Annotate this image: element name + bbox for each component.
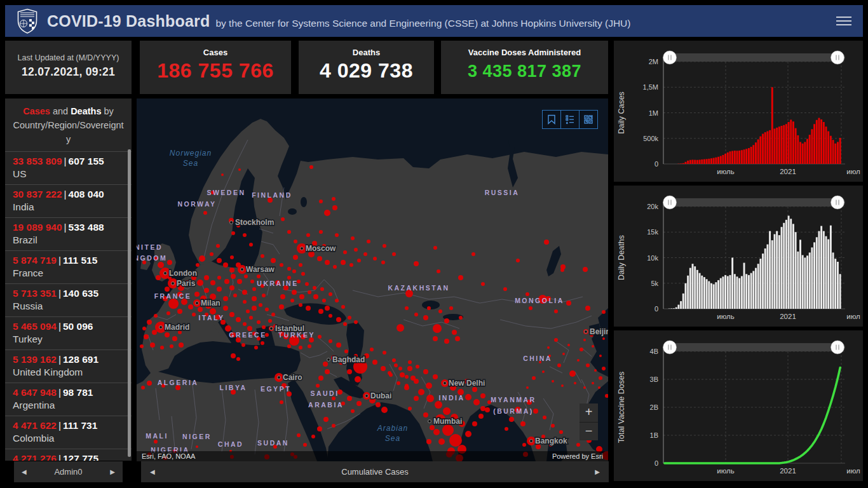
svg-text:3B: 3B xyxy=(650,376,658,383)
svg-text:1,5M: 1,5M xyxy=(643,83,658,91)
country-label: LIBYA xyxy=(219,384,247,391)
city-label: Bangkok xyxy=(535,437,567,445)
x-axis-tick: 2021 xyxy=(780,168,796,175)
range-handle-right[interactable] xyxy=(831,51,844,64)
last-updated-value: 12.07.2021, 09:21 xyxy=(5,65,132,79)
country-row[interactable]: 5 465 094|50 096Turkey xyxy=(5,316,132,349)
map-attribution: Esri, FAO, NOAA Powered by Esri xyxy=(137,451,608,461)
country-label: ALGERIA xyxy=(158,379,199,386)
x-axis-tick: июл xyxy=(846,168,860,175)
page-subtitle: by the Center for Systems Science and En… xyxy=(215,18,630,29)
cases-stat-card: Cases 186 755 766 xyxy=(140,41,291,94)
country-row[interactable]: 4 471 622|111 731Colombia xyxy=(5,416,132,449)
country-list-panel: Cases and Deaths byCountry/Region/Sovere… xyxy=(5,98,132,461)
deaths-stat-card: Deaths 4 029 738 xyxy=(299,41,434,94)
list-scrollbar[interactable] xyxy=(128,149,131,457)
daily-cases-chart: 2M1,5M1M500k0июль2021июлDaily Cases xyxy=(614,41,863,182)
attribution-sources: Esri, FAO, NOAA xyxy=(142,452,195,460)
country-label: RUSSIA xyxy=(485,189,520,196)
city-label: Paris xyxy=(177,279,196,288)
country-list-rows: 33 853 809|607 155US30 837 222|408 040In… xyxy=(5,151,132,461)
city-label: Warsaw xyxy=(246,265,275,274)
city-label: Dubai xyxy=(370,391,391,400)
zoom-in-button[interactable]: + xyxy=(580,403,598,422)
svg-text:20k: 20k xyxy=(647,203,658,210)
sea-label: Norwegian xyxy=(170,149,212,158)
pager-next-icon[interactable]: ▶ xyxy=(110,468,115,475)
country-label: KAZAKHSTAN xyxy=(388,284,449,292)
city-label: Milan xyxy=(201,299,220,308)
x-axis-tick: июл xyxy=(846,313,860,320)
country-label: ARABIA xyxy=(308,401,344,409)
city-label: London xyxy=(169,269,197,278)
map-footer-label: Cumulative Cases xyxy=(141,467,609,477)
x-axis-tick: 2021 xyxy=(780,313,796,320)
country-label: CHINA xyxy=(523,355,552,362)
country-label: NORWAY xyxy=(177,200,216,208)
country-row[interactable]: 5 713 351|140 635Russia xyxy=(5,283,132,316)
daily-deaths-chart-card: 20k15k10k5k0июль2021июлDaily Deaths xyxy=(614,186,863,327)
x-axis-tick: июл xyxy=(846,467,860,475)
city-label: Beijing xyxy=(590,327,608,336)
admin-pager-bar: ◀ Admin0 ▶ xyxy=(14,461,123,482)
country-label: (BURMA) xyxy=(493,407,534,415)
country-row[interactable]: 5 139 162|128 691United Kingdom xyxy=(5,349,132,383)
svg-text:5k: 5k xyxy=(651,280,658,287)
svg-text:2B: 2B xyxy=(650,403,658,411)
sea-label: Arabian xyxy=(377,424,408,433)
map-canvas[interactable]: NORWAYSWEDENFINLANDRUSSIAUNITEDKINGDOMFR… xyxy=(137,98,608,461)
country-row[interactable]: 4 271 276|127 775Italy xyxy=(5,449,132,461)
svg-text:0: 0 xyxy=(654,459,658,467)
country-label: SAUDI xyxy=(310,390,339,397)
country-row[interactable]: 19 089 940|533 488Brazil xyxy=(5,217,132,250)
y-axis-title: Daily Cases xyxy=(617,92,626,134)
range-handle-left[interactable] xyxy=(663,341,677,354)
pager-prev-icon[interactable]: ◀ xyxy=(22,468,27,475)
map-footer-bar: ◀ Cumulative Cases ▶ xyxy=(141,461,609,482)
page-title: COVID-19 Dashboard xyxy=(47,12,210,30)
map-zoom-controls: + − xyxy=(580,403,598,440)
bookmark-button[interactable] xyxy=(542,110,561,129)
city-label: New Delhi xyxy=(449,379,485,388)
svg-text:10k: 10k xyxy=(647,254,658,262)
country-label: MYANMAR xyxy=(491,396,536,403)
legend-list-button[interactable] xyxy=(560,110,580,129)
country-row[interactable]: 30 837 222|408 040India xyxy=(5,184,132,217)
hamburger-menu-icon[interactable] xyxy=(836,17,851,25)
svg-text:500k: 500k xyxy=(643,135,658,142)
world-map[interactable]: NORWAYSWEDENFINLANDRUSSIAUNITEDKINGDOMFR… xyxy=(137,98,608,461)
city-label: Madrid xyxy=(165,323,189,332)
basemap-grid-button[interactable] xyxy=(579,110,598,129)
country-row[interactable]: 33 853 809|607 155US xyxy=(5,151,132,184)
map-controls xyxy=(542,110,598,129)
deaths-value: 4 029 738 xyxy=(299,59,434,83)
range-handle-right[interactable] xyxy=(831,196,844,209)
country-list-title: Cases and Deaths byCountry/Region/Sovere… xyxy=(5,98,132,151)
range-handle-left[interactable] xyxy=(663,51,677,64)
svg-text:1M: 1M xyxy=(649,109,658,117)
x-axis-tick: июль xyxy=(717,313,735,320)
country-label: CHAD xyxy=(218,440,243,448)
country-row[interactable]: 4 647 948|98 781Argentina xyxy=(5,383,132,416)
sea-label: Sea xyxy=(183,159,198,168)
svg-text:0: 0 xyxy=(654,305,658,313)
country-label: UKRAINE xyxy=(257,280,298,287)
country-label: UNITED xyxy=(137,243,163,251)
city-label: Mumbai xyxy=(433,417,462,426)
country-label: NIGER xyxy=(182,433,212,440)
covid-dashboard-page: COVID-19 Dashboard by the Center for Sys… xyxy=(0,0,868,488)
total-vaccine-doses-chart-card: 4B3B2B1B0июль2021июлTotal Vaccine Doses xyxy=(614,330,863,481)
range-handle-left[interactable] xyxy=(663,196,677,209)
zoom-out-button[interactable]: − xyxy=(580,422,598,440)
vaccines-value: 3 435 817 387 xyxy=(441,62,608,81)
country-row[interactable]: 5 874 719|111 515France xyxy=(5,250,132,283)
country-label: ITALY xyxy=(198,314,224,322)
vaccines-label: Vaccine Doses Administered xyxy=(441,48,608,57)
jhu-shield-logo-icon xyxy=(17,8,38,34)
country-label: FRANCE xyxy=(154,292,192,300)
total-vaccine-doses-chart: 4B3B2B1B0июль2021июлTotal Vaccine Doses xyxy=(614,330,863,481)
range-handle-right[interactable] xyxy=(831,341,844,354)
pager-label: Admin0 xyxy=(54,467,82,477)
svg-text:0: 0 xyxy=(654,160,658,168)
svg-text:2M: 2M xyxy=(649,58,658,65)
